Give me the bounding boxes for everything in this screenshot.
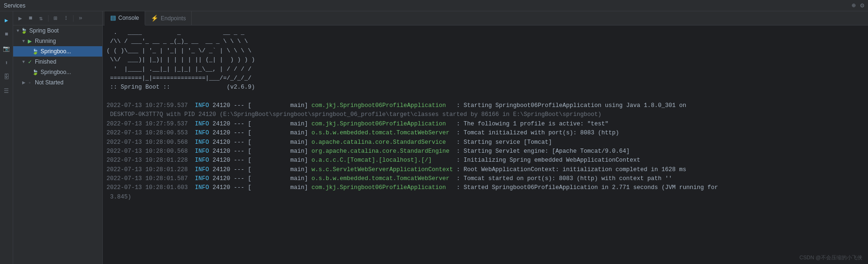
log-line-2: 2022-07-13 10:27:59.537 INFO 24120 --- […	[106, 120, 864, 129]
springboot-icon: 🍃	[21, 27, 27, 34]
running-label: Running	[35, 38, 56, 44]
console-tab-icon: ▤	[110, 14, 116, 21]
toolbar-filter-btn[interactable]: ⫶	[62, 14, 70, 23]
tree-item-springboot-app[interactable]: 🍃 Springboo...	[13, 46, 102, 57]
arrow-springboot	[15, 28, 21, 33]
finished-app-label: Springboo...	[41, 69, 71, 75]
log-line-8: 2022-07-13 10:28:01.587 INFO 24120 --- […	[106, 174, 864, 183]
sidebar-icon-camera[interactable]: 📷	[1, 43, 12, 54]
tab-bar: ▤ Console ⚡ Endpoints	[103, 11, 868, 25]
finished-label: Finished	[35, 58, 56, 65]
toolbar-sep-2	[73, 15, 74, 22]
content-area: ▤ Console ⚡ Endpoints . ____ _ __ _ _ /\…	[103, 11, 868, 264]
springboot-app-label: Springboo...	[41, 48, 71, 55]
tree-item-not-started[interactable]: ◦ Not Started	[13, 77, 102, 88]
globe-icon[interactable]: ⊕	[852, 1, 855, 9]
tab-endpoints[interactable]: ⚡ Endpoints	[145, 11, 192, 25]
tab-console[interactable]: ▤ Console	[105, 11, 145, 25]
watermark: CSDN @不会压缩的小飞侠	[800, 254, 862, 261]
toolbar-grid-btn[interactable]: ⊞	[51, 14, 60, 23]
log-line-1b: DESKTOP-0K3TT7Q with PID 24120 (E:\Sprin…	[106, 110, 864, 119]
spring-version-line: :: Spring Boot :: (v2.6.9)	[106, 83, 864, 92]
settings-icon[interactable]: ⚙	[860, 1, 864, 9]
banner-line-3: ( ( )\___ | '_ | '_| | '_ \/ _` | \ \ \ …	[106, 47, 864, 56]
running-icon: ▶	[26, 38, 33, 44]
console-tab-label: Console	[118, 15, 139, 21]
finished-app-icon: 🍃	[32, 69, 39, 75]
log-line-5: 2022-07-13 10:28:00.568 INFO 24120 --- […	[106, 147, 864, 156]
blank-line-1	[106, 92, 864, 101]
sidebar-icons: ▶ ■ 📷 ⬆ 🗄 ☰	[0, 11, 13, 264]
banner-line-4: \\/ ___)| |_)| | | | | || (_| | ) ) ) )	[106, 56, 864, 65]
title-bar: Services ⊕ ⚙	[0, 0, 868, 11]
services-toolbar: ▶ ■ ⇅ ⊞ ⫶ »	[13, 11, 102, 25]
title-bar-text: Services	[4, 2, 25, 9]
toolbar-stop-btn[interactable]: ■	[26, 14, 35, 23]
arrow-not-started	[21, 80, 26, 85]
arrow-finished	[21, 59, 26, 64]
tree-item-springboot-root[interactable]: 🍃 Spring Boot	[13, 25, 102, 36]
endpoints-tab-label: Endpoints	[161, 15, 186, 22]
not-started-label: Not Started	[35, 79, 64, 86]
toolbar-rerun-btn[interactable]: ⇅	[37, 14, 45, 23]
log-line-4: 2022-07-13 10:28:00.568 INFO 24120 --- […	[106, 138, 864, 147]
banner-line-2: /\\ / ___'_ __ _ _(_)_ __ __ _ \ \ \ \	[106, 37, 864, 46]
sidebar-icon-stop[interactable]: ■	[1, 29, 12, 40]
title-bar-actions: ⊕ ⚙	[852, 1, 864, 9]
endpoints-tab-icon: ⚡	[151, 15, 158, 22]
springboot-root-label: Spring Boot	[29, 27, 59, 34]
services-panel: ▶ ■ ⇅ ⊞ ⫶ » 🍃 Spring Boot ▶ Running	[13, 11, 103, 264]
sidebar-icon-menu[interactable]: ☰	[1, 86, 12, 96]
log-line-9: 2022-07-13 10:28:01.603 INFO 24120 --- […	[106, 183, 864, 192]
log-line-6: 2022-07-13 10:28:01.228 INFO 24120 --- […	[106, 156, 864, 165]
main-layout: ▶ ■ 📷 ⬆ 🗄 ☰ ▶ ■ ⇅ ⊞ ⫶ » 🍃 Spring Boot	[0, 11, 868, 264]
tree-item-finished-app[interactable]: 🍃 Springboo...	[13, 67, 102, 77]
app-icon: 🍃	[32, 48, 39, 55]
sidebar-icon-run[interactable]: ▶	[1, 15, 12, 25]
arrow-running	[21, 39, 26, 43]
banner-line-6: =========|_|===============|___/=/_/_/_/	[106, 74, 864, 83]
toolbar-more-btn[interactable]: »	[76, 14, 85, 23]
log-line-3: 2022-07-13 10:28:00.553 INFO 24120 --- […	[106, 129, 864, 138]
not-started-icon: ◦	[26, 79, 33, 86]
banner-line-5: ' |____| .__|_| |_|_| |_\__, | / / / /	[106, 65, 864, 74]
sidebar-icon-db[interactable]: 🗄	[1, 72, 12, 82]
log-line-9b: 3.845)	[106, 193, 864, 202]
finished-icon: ✓	[26, 58, 33, 65]
tree-container: 🍃 Spring Boot ▶ Running 🍃 Springboo...	[13, 25, 102, 264]
toolbar-play-btn[interactable]: ▶	[16, 14, 25, 23]
banner-line-1: . ____ _ __ _ _	[106, 28, 864, 37]
tree-item-finished[interactable]: ✓ Finished	[13, 57, 102, 67]
log-line-7: 2022-07-13 10:28:01.228 INFO 24120 --- […	[106, 165, 864, 174]
toolbar-sep-1	[48, 15, 49, 22]
tree-item-running[interactable]: ▶ Running	[13, 36, 102, 46]
sidebar-icon-update[interactable]: ⬆	[1, 58, 12, 68]
log-line-1: 2022-07-13 10:27:59.537 INFO 24120 --- […	[106, 101, 864, 110]
console-output[interactable]: . ____ _ __ _ _ /\\ / ___'_ __ _ _(_)_ _…	[103, 25, 868, 264]
